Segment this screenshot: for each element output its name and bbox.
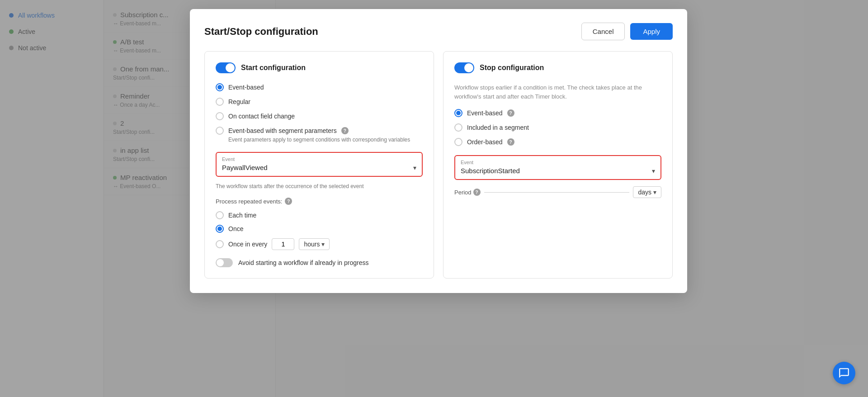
radio-label: Once	[228, 225, 243, 232]
start-panel-title: Start configuration	[241, 64, 306, 72]
period-text: Period	[454, 189, 472, 196]
radio-contact-field[interactable]: On contact field change	[216, 112, 423, 120]
stop-radio-segment[interactable]: Included in a segment	[454, 123, 661, 132]
chevron-down-icon: ▾	[321, 241, 325, 248]
stop-note: Workflow stops earlier if a condition is…	[454, 83, 661, 101]
radio-circle	[454, 138, 462, 146]
process-repeated-label: Process repeated events: ?	[216, 198, 423, 205]
chevron-down-icon: ▾	[413, 164, 416, 171]
radio-circle	[216, 98, 224, 106]
event-segment-note: Event parameters apply to segment condit…	[228, 137, 423, 143]
period-line	[484, 192, 630, 193]
chat-icon	[838, 367, 850, 379]
stop-radio-order[interactable]: Order-based ?	[454, 138, 661, 146]
once-in-every-label: Once in every	[228, 241, 267, 248]
radio-circle	[216, 225, 224, 233]
radio-once-in-every-row: Once in every hours ▾	[216, 238, 423, 250]
start-config-toggle[interactable]	[216, 62, 236, 73]
modal-title: Start/Stop configuration	[204, 26, 318, 38]
radio-regular[interactable]: Regular	[216, 98, 423, 106]
radio-circle	[216, 83, 224, 91]
period-label: Period ?	[454, 189, 481, 196]
start-radio-group: Event-based Regular On contact field cha…	[216, 83, 423, 143]
stop-panel-title: Stop configuration	[480, 64, 544, 72]
stop-event-select[interactable]: SubscriptionStarted ▾	[461, 167, 655, 175]
stop-event-field-label: Event	[461, 160, 655, 165]
cancel-button[interactable]: Cancel	[581, 23, 625, 40]
radio-circle	[454, 109, 462, 117]
event-value: PaywallViewed	[222, 164, 268, 171]
radio-circle	[216, 127, 224, 135]
avoid-label: Avoid starting a workflow if already in …	[238, 259, 368, 266]
once-in-every-input[interactable]	[272, 238, 294, 250]
radio-circle	[454, 123, 462, 132]
stop-radio-event-based[interactable]: Event-based ?	[454, 109, 661, 117]
config-panels: Start configuration Event-based Regular …	[204, 51, 673, 279]
radio-each-time[interactable]: Each time	[216, 211, 423, 219]
help-icon[interactable]: ?	[285, 198, 292, 205]
radio-once[interactable]: Once	[216, 225, 423, 233]
start-panel-header: Start configuration	[216, 62, 423, 73]
radio-circle	[216, 211, 224, 219]
stop-config-panel: Stop configuration Workflow stops earlie…	[443, 51, 673, 279]
avoid-toggle[interactable]	[216, 258, 233, 267]
event-note: The workflow starts after the occurrence…	[216, 183, 423, 189]
event-field-label: Event	[222, 156, 416, 162]
process-repeated-text: Process repeated events:	[216, 198, 282, 205]
modal-header: Start/Stop configuration Cancel Apply	[204, 23, 673, 40]
event-field-box: Event PaywallViewed ▾	[216, 152, 423, 177]
radio-label: Event-based with segment parameters	[228, 127, 337, 134]
help-icon[interactable]: ?	[507, 109, 514, 117]
radio-label: Order-based	[467, 138, 503, 146]
hours-select[interactable]: hours ▾	[299, 238, 330, 250]
period-row: Period ? days ▾	[454, 186, 661, 198]
stop-panel-header: Stop configuration	[454, 62, 661, 73]
radio-label: Regular	[228, 98, 250, 105]
event-select[interactable]: PaywallViewed ▾	[222, 164, 416, 171]
chat-button[interactable]	[833, 362, 855, 384]
apply-button[interactable]: Apply	[630, 23, 673, 40]
modal-actions: Cancel Apply	[581, 23, 673, 40]
radio-circle	[216, 240, 224, 248]
help-icon[interactable]: ?	[341, 127, 349, 134]
stop-event-field-box: Event SubscriptionStarted ▾	[454, 155, 661, 180]
stop-radio-group: Event-based ? Included in a segment Orde…	[454, 109, 661, 146]
stop-config-toggle[interactable]	[454, 62, 474, 73]
radio-label: Event-based	[228, 84, 264, 91]
stop-event-value: SubscriptionStarted	[461, 167, 520, 175]
radio-label: Each time	[228, 212, 256, 219]
radio-circle	[216, 112, 224, 120]
process-options: Each time Once Once in every hours ▾	[216, 211, 423, 250]
hours-label: hours	[304, 241, 320, 248]
days-label: days	[638, 189, 651, 196]
modal-dialog: Start/Stop configuration Cancel Apply St…	[190, 9, 687, 293]
radio-label: On contact field change	[228, 113, 295, 120]
radio-label: Event-based	[467, 109, 503, 117]
help-icon[interactable]: ?	[473, 189, 481, 196]
radio-event-based[interactable]: Event-based	[216, 83, 423, 91]
radio-event-segment[interactable]: Event-based with segment parameters ?	[216, 127, 423, 135]
help-icon[interactable]: ?	[507, 138, 514, 146]
chevron-down-icon: ▾	[653, 189, 656, 196]
chevron-down-icon: ▾	[652, 167, 655, 175]
avoid-row: Avoid starting a workflow if already in …	[216, 258, 423, 267]
days-select[interactable]: days ▾	[633, 186, 661, 198]
radio-label: Included in a segment	[467, 124, 529, 131]
start-config-panel: Start configuration Event-based Regular …	[204, 51, 434, 279]
